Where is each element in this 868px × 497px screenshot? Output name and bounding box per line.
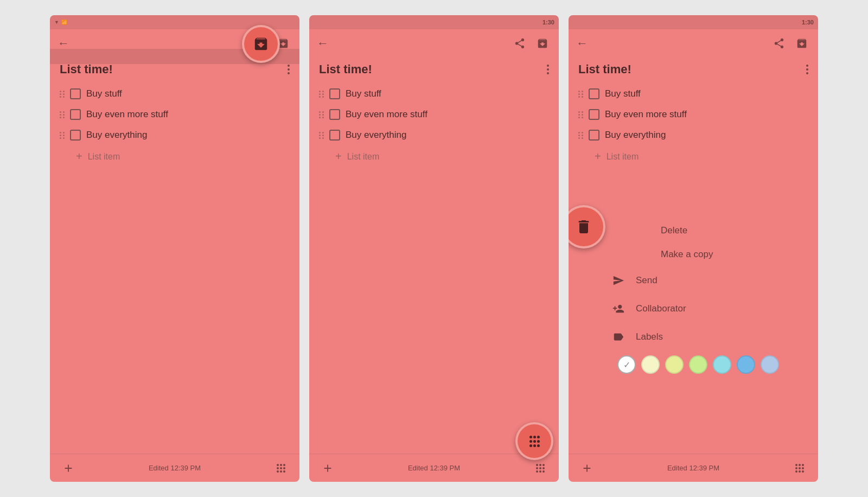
status-time: 1:30: [542, 19, 554, 26]
share-icon[interactable]: [770, 35, 788, 52]
add-plus-icon: +: [76, 150, 82, 163]
note-title: List time!: [60, 62, 113, 77]
phone-screen-2: 1:30 ← List time!: [309, 15, 559, 482]
color-yellow-green[interactable]: [665, 355, 684, 374]
drag-handle[interactable]: [60, 111, 65, 118]
color-blue-light[interactable]: [761, 355, 779, 374]
note-title: List time!: [319, 62, 372, 77]
status-bar: 1:30: [309, 15, 559, 29]
delete-fab[interactable]: [569, 205, 605, 248]
color-yellow-light[interactable]: [641, 355, 660, 374]
collaborator-label: Collaborator: [636, 303, 686, 314]
item-checkbox[interactable]: [329, 109, 340, 120]
make-copy-menu-item[interactable]: Make a copy: [607, 243, 813, 266]
item-checkbox[interactable]: [329, 88, 340, 99]
color-picker: ✓: [607, 351, 813, 378]
archive-fab-icon: [253, 36, 269, 52]
note-title: List time!: [578, 62, 631, 77]
color-blue[interactable]: [737, 355, 755, 374]
drag-handle[interactable]: [319, 111, 324, 118]
drag-handle[interactable]: [578, 91, 583, 98]
back-button[interactable]: ←: [58, 36, 69, 50]
add-item-row[interactable]: + List item: [574, 145, 813, 168]
add-note-button[interactable]: [578, 460, 596, 477]
list-items-container: Buy stuff Buy even more stuff Buy ev: [50, 84, 299, 168]
status-bar: 1:30: [569, 15, 818, 29]
bottom-bar: Edited 12:39 PM: [569, 454, 818, 482]
note-title-row: List time!: [309, 58, 559, 84]
archive-icon[interactable]: [534, 35, 551, 52]
item-checkbox[interactable]: [589, 109, 599, 120]
labels-icon: [611, 329, 626, 345]
list-item: Buy even more stuff: [315, 104, 553, 125]
color-teal-light[interactable]: [713, 355, 731, 374]
add-item-label: List item: [347, 152, 380, 162]
drag-handle[interactable]: [60, 91, 65, 98]
add-item-row[interactable]: + List item: [55, 145, 294, 168]
color-white-selected[interactable]: ✓: [617, 355, 636, 374]
archive-fab[interactable]: [242, 25, 280, 63]
drag-handle[interactable]: [578, 111, 583, 118]
item-checkbox[interactable]: [589, 130, 599, 141]
phone-screen-3: 1:30 ← List time!: [569, 15, 818, 482]
note-title-row: List time!: [569, 58, 818, 84]
item-checkbox[interactable]: [329, 130, 340, 141]
item-text: Buy stuff: [86, 88, 122, 99]
grid-fab[interactable]: [515, 422, 553, 460]
list-item: Buy stuff: [315, 84, 553, 104]
edited-timestamp: Edited 12:39 PM: [596, 464, 791, 472]
back-button[interactable]: ←: [576, 36, 588, 50]
item-text: Buy everything: [86, 130, 147, 141]
edited-timestamp: Edited 12:39 PM: [77, 464, 272, 472]
more-options-button[interactable]: [547, 62, 549, 77]
more-options-button[interactable]: [288, 62, 290, 77]
item-text: Buy even more stuff: [86, 109, 168, 120]
add-item-row[interactable]: + List item: [315, 145, 553, 168]
delete-label: Delete: [661, 225, 687, 236]
add-note-button[interactable]: [60, 460, 77, 477]
labels-menu-item[interactable]: Labels: [607, 323, 813, 351]
archive-icon[interactable]: [793, 35, 810, 52]
status-time: 1:30: [802, 19, 814, 26]
labels-label: Labels: [636, 332, 663, 342]
add-note-button[interactable]: [319, 460, 336, 477]
item-text: Buy everything: [605, 130, 666, 141]
list-item: Buy everything: [315, 125, 553, 145]
drag-handle[interactable]: [319, 91, 324, 98]
color-green-light[interactable]: [689, 355, 707, 374]
send-label: Send: [636, 275, 658, 286]
send-menu-item[interactable]: Send: [607, 266, 813, 295]
context-menu: Delete Make a copy Send Collaborator: [601, 219, 818, 378]
collaborator-icon: [611, 301, 626, 316]
drag-handle[interactable]: [578, 132, 583, 139]
grid-view-button[interactable]: [532, 460, 549, 477]
status-signal: 📶: [61, 20, 67, 25]
list-items-container: Buy stuff Buy even more stuff Buy ev: [309, 84, 559, 168]
add-item-label: List item: [607, 152, 639, 162]
item-checkbox[interactable]: [70, 130, 81, 141]
add-item-label: List item: [88, 152, 120, 162]
list-item: Buy even more stuff: [55, 104, 294, 125]
back-button[interactable]: ←: [317, 36, 329, 50]
collaborator-menu-item[interactable]: Collaborator: [607, 295, 813, 323]
share-icon[interactable]: [511, 35, 528, 52]
bottom-bar: Edited 12:39 PM: [309, 454, 559, 482]
item-checkbox[interactable]: [70, 88, 81, 99]
delete-fab-icon: [575, 218, 592, 235]
grid-view-button[interactable]: [272, 460, 290, 477]
top-nav-bar: ←: [309, 29, 559, 58]
item-checkbox[interactable]: [70, 109, 81, 120]
delete-menu-item[interactable]: Delete: [607, 219, 813, 243]
drag-handle[interactable]: [60, 132, 65, 139]
status-wifi: ▼: [54, 20, 59, 25]
edited-timestamp: Edited 12:39 PM: [336, 464, 532, 472]
drag-handle[interactable]: [319, 132, 324, 139]
make-copy-label: Make a copy: [661, 249, 713, 260]
item-text: Buy even more stuff: [346, 109, 427, 120]
more-options-button[interactable]: [806, 62, 808, 77]
grid-view-button[interactable]: [791, 460, 808, 477]
list-items-container: Buy stuff Buy even more stuff Buy ev: [569, 84, 818, 168]
item-checkbox[interactable]: [589, 88, 599, 99]
send-icon: [611, 273, 626, 288]
add-plus-icon: +: [335, 150, 342, 163]
